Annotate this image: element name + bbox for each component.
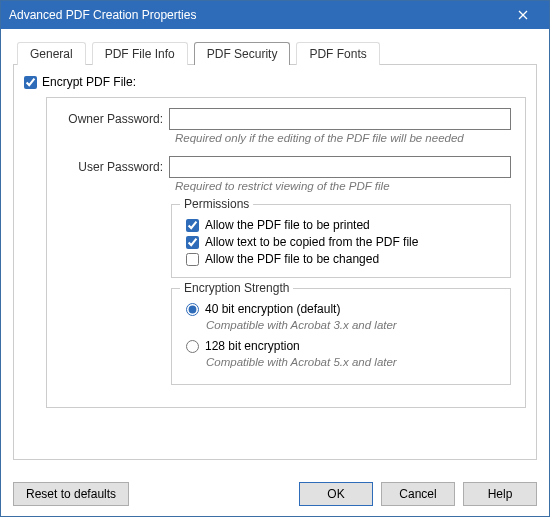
perm-print-label: Allow the PDF file to be printed [205, 218, 370, 232]
enc-40-label: 40 bit encryption (default) [205, 302, 340, 316]
perm-print-checkbox[interactable] [186, 219, 199, 232]
dialog-body: General PDF File Info PDF Security PDF F… [1, 29, 549, 472]
enc-40-radio[interactable] [186, 303, 199, 316]
close-icon [518, 10, 528, 20]
encryption-fieldset: Encryption Strength 40 bit encryption (d… [171, 288, 511, 385]
perm-print-row: Allow the PDF file to be printed [186, 218, 500, 232]
tab-security[interactable]: PDF Security [194, 42, 291, 65]
encrypt-checkbox[interactable] [24, 76, 37, 89]
permissions-fieldset: Permissions Allow the PDF file to be pri… [171, 204, 511, 278]
perm-change-label: Allow the PDF file to be changed [205, 252, 379, 266]
permissions-legend: Permissions [180, 197, 253, 211]
encrypt-label: Encrypt PDF File: [42, 75, 136, 89]
user-row: User Password: [61, 156, 511, 178]
reset-button[interactable]: Reset to defaults [13, 482, 129, 506]
perm-change-checkbox[interactable] [186, 253, 199, 266]
enc-128-row: 128 bit encryption [186, 339, 500, 353]
enc-128-radio[interactable] [186, 340, 199, 353]
tab-fonts[interactable]: PDF Fonts [296, 42, 379, 65]
tab-file-info[interactable]: PDF File Info [92, 42, 188, 65]
ok-button[interactable]: OK [299, 482, 373, 506]
user-password-input[interactable] [169, 156, 511, 178]
dialog-window: Advanced PDF Creation Properties General… [0, 0, 550, 517]
help-button[interactable]: Help [463, 482, 537, 506]
tab-content-security: Encrypt PDF File: Owner Password: Requir… [13, 65, 537, 460]
encrypt-panel: Owner Password: Required only if the edi… [46, 97, 526, 408]
dialog-footer: Reset to defaults OK Cancel Help [1, 472, 549, 516]
encrypt-row: Encrypt PDF File: [24, 75, 526, 89]
owner-row: Owner Password: [61, 108, 511, 130]
enc-40-hint: Compatible with Acrobat 3.x and later [206, 319, 500, 331]
close-button[interactable] [505, 1, 541, 29]
enc-40-row: 40 bit encryption (default) [186, 302, 500, 316]
tab-bar: General PDF File Info PDF Security PDF F… [13, 41, 537, 65]
encryption-legend: Encryption Strength [180, 281, 293, 295]
user-label: User Password: [61, 160, 169, 174]
enc-128-label: 128 bit encryption [205, 339, 300, 353]
owner-label: Owner Password: [61, 112, 169, 126]
perm-copy-checkbox[interactable] [186, 236, 199, 249]
window-title: Advanced PDF Creation Properties [9, 8, 196, 22]
titlebar: Advanced PDF Creation Properties [1, 1, 549, 29]
tab-general[interactable]: General [17, 42, 86, 65]
perm-change-row: Allow the PDF file to be changed [186, 252, 500, 266]
owner-hint: Required only if the editing of the PDF … [175, 132, 511, 144]
user-hint: Required to restrict viewing of the PDF … [175, 180, 511, 192]
perm-copy-row: Allow text to be copied from the PDF fil… [186, 235, 500, 249]
enc-128-hint: Compatible with Acrobat 5.x and later [206, 356, 500, 368]
owner-password-input[interactable] [169, 108, 511, 130]
perm-copy-label: Allow text to be copied from the PDF fil… [205, 235, 418, 249]
cancel-button[interactable]: Cancel [381, 482, 455, 506]
